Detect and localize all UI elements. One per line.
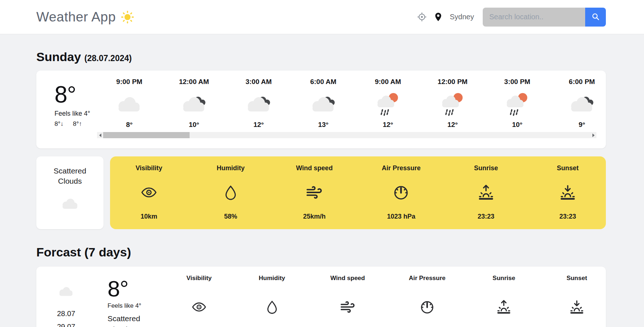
- droplet-icon: [222, 184, 239, 201]
- eye-icon: [141, 184, 157, 201]
- forecast-feels-like: Feels like 4°: [108, 302, 162, 310]
- condition-card: Scattered Clouds: [36, 156, 104, 229]
- clouds-broken-icon: [162, 89, 226, 120]
- forecast-column: Wind speed: [330, 275, 365, 327]
- hour-temp: 13°: [291, 121, 356, 129]
- weather-details-panel: Visibility10kmHumidity58%Wind speed25km/…: [110, 156, 606, 229]
- gauge-icon: [393, 184, 409, 201]
- forecast-columns: VisibilityHumidityWind speedAir Pressure…: [162, 275, 591, 327]
- hour-time: 9:00 AM: [356, 78, 420, 86]
- forecast-column-label: Sunrise: [493, 275, 515, 282]
- detail-column: Visibility10km: [133, 164, 165, 220]
- hour-time: 9:00 PM: [97, 78, 162, 86]
- rain-sun-icon: [356, 89, 420, 120]
- map-pin-icon: [433, 12, 443, 22]
- detail-column: Sunrise23:23: [470, 164, 502, 220]
- forecast-column: Air Pressure: [409, 275, 445, 327]
- detail-column: Sunset23:23: [551, 164, 584, 220]
- forecast-temp-block: 8° Feels like 4° Scattered Clouds: [108, 275, 162, 327]
- sunrise-icon: [478, 184, 494, 201]
- forecast-next-date: 29.07: [46, 323, 86, 327]
- hour-temp: 10°: [162, 121, 226, 129]
- hour-temp: 8°: [97, 121, 162, 129]
- hour-item: 9:00 PM8°: [97, 78, 162, 129]
- scrollbar-left-arrow[interactable]: [97, 132, 103, 138]
- detail-label: Visibility: [135, 164, 162, 172]
- hour-time: 12:00 PM: [420, 78, 485, 86]
- detail-label: Sunrise: [474, 164, 498, 172]
- hours-strip: 9:00 PM8°12:00 AM10°3:00 AM12°6:00 AM13°…: [97, 78, 596, 129]
- forecast-section-title: Forcast (7 days): [36, 245, 606, 259]
- forecast-condition: Scattered Clouds: [108, 313, 151, 327]
- app-logo: Weather App: [36, 9, 135, 25]
- clouds-broken-icon: [226, 89, 291, 120]
- detail-label: Air Pressure: [382, 164, 421, 172]
- forecast-column: Humidity: [258, 275, 287, 327]
- minmax-temps: 8°↓ 8°↑: [54, 120, 97, 128]
- condition-row: Scattered Clouds Visibility10kmHumidity5…: [36, 156, 606, 229]
- cloud-icon: [57, 195, 83, 215]
- forecast-column: Visibility: [185, 275, 214, 327]
- hour-time: 6:00 AM: [291, 78, 356, 86]
- condition-text: Scattered Clouds: [43, 166, 97, 187]
- hour-temp: 12°: [226, 121, 291, 129]
- hour-item: 9:00 AM12°: [356, 78, 420, 129]
- app-title: Weather App: [36, 9, 116, 25]
- rain-sun-icon: [485, 89, 550, 120]
- app-header: Weather App Sydney: [0, 0, 644, 34]
- hour-item: 6:00 PM9°: [550, 78, 596, 129]
- wind-icon: [340, 299, 355, 315]
- forecast-column: Sunrise: [489, 275, 518, 327]
- sunset-icon: [559, 184, 576, 201]
- today-day-name: Sunday: [36, 50, 81, 64]
- search-input[interactable]: [483, 8, 585, 27]
- forecast-column-label: Sunset: [567, 275, 587, 282]
- hours-area: 9:00 PM8°12:00 AM10°3:00 AM12°6:00 AM13°…: [97, 78, 596, 142]
- sun-icon: [120, 10, 135, 24]
- header-controls: Sydney: [417, 8, 606, 27]
- detail-column: Humidity58%: [214, 164, 247, 220]
- search-group: [483, 8, 606, 27]
- hour-temp: 12°: [420, 121, 485, 129]
- eye-icon: [191, 299, 207, 315]
- hour-time: 3:00 AM: [226, 78, 291, 86]
- sunset-icon: [569, 299, 584, 315]
- today-date: (28.07.2024): [84, 53, 131, 63]
- gauge-icon: [420, 299, 435, 315]
- hour-time: 12:00 AM: [162, 78, 226, 86]
- detail-column: Air Pressure1023 hPa: [382, 164, 421, 220]
- forecast-column-label: Wind speed: [330, 275, 365, 282]
- min-temp: 8°↓: [54, 120, 64, 128]
- hour-item: 3:00 AM12°: [226, 78, 291, 129]
- clouds-broken-icon: [550, 89, 596, 120]
- scrollbar-track[interactable]: [103, 132, 590, 138]
- forecast-card: 28.07 29.07 8° Feels like 4° Scattered C…: [36, 267, 606, 327]
- wind-icon: [306, 184, 323, 201]
- search-button[interactable]: [585, 8, 606, 27]
- scrollbar-thumb[interactable]: [103, 132, 190, 138]
- max-temp: 8°↑: [73, 120, 82, 128]
- detail-column: Wind speed25km/h: [296, 164, 333, 220]
- scrollbar-right-arrow[interactable]: [590, 132, 596, 138]
- main-content: Sunday (28.07.2024) 8° Feels like 4° 8°↓…: [36, 50, 606, 327]
- hour-time: 3:00 PM: [485, 78, 550, 86]
- current-temperature: 8°: [54, 83, 97, 106]
- detail-value: 23:23: [478, 213, 494, 220]
- rain-sun-icon: [420, 89, 485, 120]
- forecast-column-label: Air Pressure: [409, 275, 445, 282]
- forecast-column-label: Humidity: [259, 275, 285, 282]
- hour-item: 12:00 PM12°: [420, 78, 485, 129]
- today-section-title: Sunday (28.07.2024): [36, 50, 606, 64]
- cloud-icon: [46, 283, 86, 302]
- hour-item: 6:00 AM13°: [291, 78, 356, 129]
- hourly-scrollbar[interactable]: [97, 132, 596, 138]
- hour-temp: 12°: [356, 121, 420, 129]
- hour-item: 3:00 PM10°: [485, 78, 550, 129]
- detail-value: 25km/h: [303, 213, 325, 220]
- detail-value: 1023 hPa: [387, 213, 415, 220]
- hourly-forecast-card: 8° Feels like 4° 8°↓ 8°↑ 9:00 PM8°12:00 …: [36, 71, 606, 148]
- current-location-label: Sydney: [450, 13, 474, 21]
- search-icon: [591, 12, 600, 22]
- locate-icon[interactable]: [417, 12, 427, 22]
- detail-value: 10km: [141, 213, 157, 220]
